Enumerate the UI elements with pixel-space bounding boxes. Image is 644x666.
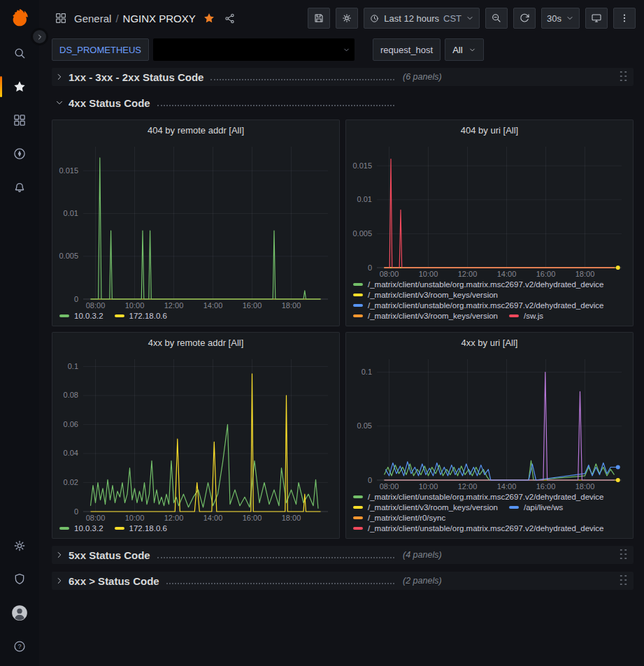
monitor-icon bbox=[591, 13, 602, 24]
legend-label: 10.0.3.2 bbox=[74, 312, 103, 320]
svg-text:10:00: 10:00 bbox=[125, 301, 145, 310]
dotted-leader bbox=[210, 79, 394, 80]
svg-text:0.02: 0.02 bbox=[64, 478, 78, 486]
legend-item[interactable]: /_matrix/client/unstable/org.matrix.msc2… bbox=[353, 301, 604, 310]
sidebar-item-server-admin[interactable] bbox=[0, 563, 39, 596]
grafana-logo-icon bbox=[9, 8, 30, 29]
sidebar-item-configuration[interactable] bbox=[0, 529, 39, 563]
chart-svg: 08:0010:0012:0014:0016:0018:0000.0050.01… bbox=[57, 141, 335, 310]
legend-item[interactable]: /_matrix/client/v3/room_keys/version bbox=[353, 291, 498, 299]
share-dashboard-button[interactable] bbox=[222, 11, 237, 26]
svg-text:0.01: 0.01 bbox=[64, 209, 78, 217]
legend-label: /_matrix/client/v3/room_keys/version bbox=[368, 312, 498, 320]
row-panel-count: (6 panels) bbox=[403, 72, 442, 82]
legend-item[interactable]: /sw.js bbox=[509, 312, 543, 320]
svg-text:10:00: 10:00 bbox=[125, 514, 145, 522]
legend-item[interactable]: 10.0.3.2 bbox=[59, 312, 103, 320]
refresh-button[interactable] bbox=[513, 8, 536, 29]
row-drag-handle[interactable] bbox=[619, 70, 628, 84]
variable-label-ds-prometheus[interactable]: DS_PROMETHEUS bbox=[52, 38, 149, 61]
legend-label: /_matrix/client/r0/sync bbox=[368, 514, 445, 522]
row-6xx-status-code[interactable]: 6xx > Status Code (2 panels) bbox=[52, 572, 634, 590]
row-1xx-3xx-2xx-status-code[interactable]: 1xx - 3xx - 2xx Status Code (6 panels) bbox=[52, 68, 634, 86]
panel-404-by-uri: 404 by uri [All] 08:0010:0012:0014:0016:… bbox=[345, 120, 634, 326]
svg-text:08:00: 08:00 bbox=[380, 270, 399, 278]
svg-text:08:00: 08:00 bbox=[380, 482, 399, 491]
legend-swatch bbox=[59, 527, 69, 530]
chart-4xx-by-uri[interactable]: 08:0010:0012:0014:0016:0018:0000.050.1 bbox=[350, 354, 629, 491]
panel-title[interactable]: 4xx by uri [All] bbox=[346, 333, 633, 354]
user-avatar bbox=[10, 604, 29, 622]
legend-swatch bbox=[353, 283, 363, 286]
row-title: 1xx - 3xx - 2xx Status Code bbox=[69, 71, 203, 83]
svg-text:16:00: 16:00 bbox=[536, 482, 556, 491]
chart-404-by-remote-addr[interactable]: 08:0010:0012:0014:0016:0018:0000.0050.01… bbox=[57, 141, 335, 310]
more-options-kebab-button[interactable] bbox=[613, 8, 636, 29]
svg-text:0.08: 0.08 bbox=[64, 391, 78, 399]
legend-item[interactable]: /_matrix/client/v3/room_keys/version bbox=[353, 312, 498, 320]
svg-text:18:00: 18:00 bbox=[282, 514, 301, 522]
time-range-picker[interactable]: Last 12 hours CST bbox=[364, 8, 480, 29]
legend-item[interactable]: /_matrix/client/v3/room_keys/version bbox=[353, 503, 498, 512]
panel-title[interactable]: 4xx by remote addr [All] bbox=[52, 333, 339, 354]
svg-text:10:00: 10:00 bbox=[419, 270, 438, 278]
legend-item[interactable]: /api/live/ws bbox=[509, 503, 563, 512]
svg-text:0: 0 bbox=[74, 295, 78, 303]
row-4xx-status-code[interactable]: 4xx Status Code bbox=[52, 94, 634, 112]
chart-legend: 10.0.3.2172.18.0.6 bbox=[52, 310, 339, 326]
legend-item[interactable]: 10.0.3.2 bbox=[59, 524, 103, 533]
variable-value-request-host[interactable]: All bbox=[445, 38, 483, 61]
zoom-out-icon bbox=[491, 13, 502, 24]
panel-title[interactable]: 404 by uri [All] bbox=[346, 120, 633, 141]
row-5xx-status-code[interactable]: 5xx Status Code (4 panels) bbox=[52, 546, 634, 564]
sidebar-bottom: ? bbox=[0, 529, 39, 666]
breadcrumb-dashboard-title[interactable]: NGINX PROXY bbox=[123, 13, 196, 24]
gear-icon bbox=[341, 13, 352, 24]
expand-sidebar-button[interactable] bbox=[31, 28, 48, 45]
row-title: 5xx Status Code bbox=[69, 549, 150, 561]
svg-text:14:00: 14:00 bbox=[203, 301, 223, 310]
dashboard-settings-button[interactable] bbox=[336, 8, 358, 29]
favorite-star-button[interactable] bbox=[201, 10, 217, 26]
svg-text:0.01: 0.01 bbox=[357, 195, 372, 203]
breadcrumb-section[interactable]: General bbox=[74, 13, 111, 24]
star-filled-icon bbox=[203, 12, 215, 24]
chevron-down-icon bbox=[566, 14, 574, 22]
legend-item[interactable]: /_matrix/client/unstable/org.matrix.msc2… bbox=[353, 493, 604, 501]
zoom-out-time-button[interactable] bbox=[485, 8, 508, 29]
sidebar-item-help[interactable]: ? bbox=[0, 630, 39, 663]
chevron-right-icon bbox=[36, 33, 44, 41]
sidebar-item-alerting[interactable] bbox=[0, 171, 39, 204]
panel-title[interactable]: 404 by remote addr [All] bbox=[52, 120, 339, 141]
chart-svg: 08:0010:0012:0014:0016:0018:0000.020.040… bbox=[57, 354, 335, 523]
svg-text:16:00: 16:00 bbox=[243, 514, 262, 522]
legend-label: /_matrix/client/unstable/org.matrix.msc2… bbox=[368, 524, 604, 533]
legend-item[interactable]: 172.18.0.6 bbox=[115, 524, 167, 533]
row-drag-handle[interactable] bbox=[619, 548, 628, 562]
sidebar-item-dashboards[interactable] bbox=[0, 103, 39, 137]
legend-swatch bbox=[353, 506, 363, 509]
legend-item[interactable]: /_matrix/client/unstable/org.matrix.msc2… bbox=[353, 524, 604, 533]
refresh-interval-dropdown[interactable]: 30s bbox=[541, 8, 580, 29]
legend-item[interactable]: 172.18.0.6 bbox=[115, 312, 167, 320]
sidebar-item-profile[interactable] bbox=[0, 596, 39, 630]
chart-404-by-uri[interactable]: 08:0010:0012:0014:0016:0018:0000.0050.01… bbox=[350, 141, 629, 279]
chart-4xx-by-remote-addr[interactable]: 08:0010:0012:0014:0016:0018:0000.020.040… bbox=[57, 354, 335, 523]
svg-text:0.04: 0.04 bbox=[64, 449, 78, 457]
sidebar-item-starred[interactable] bbox=[0, 70, 39, 103]
row-drag-handle[interactable] bbox=[619, 574, 628, 588]
chevron-right-icon bbox=[55, 550, 64, 560]
tv-mode-button[interactable] bbox=[585, 8, 608, 29]
variable-value-ds-prometheus-redacted[interactable] bbox=[153, 38, 355, 61]
svg-text:12:00: 12:00 bbox=[458, 482, 478, 491]
legend-item[interactable]: /_matrix/client/unstable/org.matrix.msc2… bbox=[353, 280, 604, 289]
legend-item[interactable]: /_matrix/client/r0/sync bbox=[353, 514, 445, 522]
variable-label-request-host[interactable]: request_host bbox=[373, 38, 441, 61]
row-panel-count: (2 panels) bbox=[403, 576, 442, 586]
svg-text:0.015: 0.015 bbox=[59, 166, 78, 175]
chart-svg: 08:0010:0012:0014:0016:0018:0000.0050.01… bbox=[350, 141, 629, 279]
sidebar-item-explore[interactable] bbox=[0, 137, 39, 171]
save-dashboard-button[interactable] bbox=[308, 8, 330, 29]
chevron-down-icon bbox=[468, 46, 476, 54]
toolbar-actions: Last 12 hours CST 30s bbox=[308, 8, 636, 29]
